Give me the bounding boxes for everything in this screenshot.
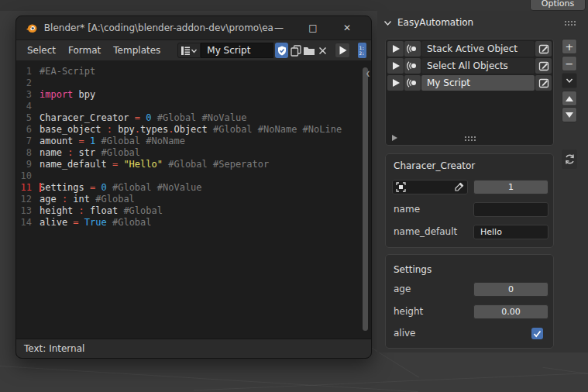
text-datablock-icon [181, 46, 191, 56]
height-slider[interactable]: 0.00 [473, 304, 548, 319]
code-token-plain [152, 112, 157, 123]
code-line[interactable]: Characer_Creator = 0 #Global #NoValue [40, 112, 342, 124]
code-line[interactable]: alive = True #Global [40, 217, 342, 229]
minimize-button[interactable]: — [273, 22, 284, 33]
refresh-button[interactable] [562, 150, 577, 169]
code-text[interactable]: #EA-Scriptimport bpyCharacer_Creator = 0… [36, 66, 342, 229]
proportional-icon [407, 43, 418, 54]
name-default-label: name_default [394, 226, 457, 237]
amount-slider[interactable]: 1 [473, 180, 548, 194]
height-label: height [394, 306, 423, 317]
text-editor-header: Select Format Templates My Script [16, 40, 371, 60]
code-line[interactable] [40, 101, 342, 112]
region-collapse-arrow-icon[interactable]: ❮ [366, 69, 370, 77]
name-label: name [394, 204, 420, 215]
code-line[interactable]: #EA-Script [40, 66, 342, 77]
panel-title: EasyAutomation [397, 17, 473, 28]
code-token-comment: #Global #NoName #NoLine [213, 124, 342, 135]
triangle-down-icon [566, 112, 573, 118]
text-datablock-selector[interactable] [177, 43, 201, 58]
line-number-gutter: 1234567891011121314 [16, 66, 36, 229]
base-object-picker[interactable] [392, 180, 468, 194]
code-token-plain [95, 136, 101, 146]
code-line[interactable] [40, 170, 342, 182]
script-item-label[interactable]: My Script [421, 75, 535, 91]
code-line[interactable]: amount = 1 #Global #NoName [40, 136, 342, 147]
play-icon [393, 45, 400, 53]
settings-panel-title: Settings [394, 264, 432, 275]
script-list-row[interactable]: Stack Active Object [387, 41, 552, 57]
age-slider[interactable]: 0 [473, 282, 548, 297]
list-resize-grip[interactable] [464, 136, 477, 141]
edit-script-button[interactable] [535, 75, 552, 91]
code-line[interactable]: age : int #Global [40, 194, 342, 205]
code-token-op: : [107, 124, 112, 135]
panel-drag-grip[interactable] [564, 20, 577, 26]
script-list-row[interactable]: Select All Objects [387, 58, 552, 74]
edit-icon [538, 60, 549, 71]
copy-icon [291, 45, 301, 57]
script-item-label[interactable]: Stack Active Object [421, 41, 535, 57]
settings-subpanel: Settings age 0 height 0.00 alive [385, 254, 554, 349]
alive-checkbox[interactable] [531, 328, 543, 339]
play-icon [339, 46, 347, 55]
move-item-down-button[interactable] [562, 107, 577, 122]
run-list-item-button[interactable] [387, 58, 404, 74]
menu-templates[interactable]: Templates [107, 45, 167, 56]
code-line[interactable]: import bpy [40, 89, 342, 101]
code-token-comment: #Global #Seperator [168, 159, 269, 170]
menu-format[interactable]: Format [62, 45, 107, 56]
add-item-button[interactable]: + [562, 39, 577, 54]
code-line[interactable]: name_default = "Hello" #Global #Seperato… [40, 159, 342, 170]
code-token-plain: Characer_Creator [40, 112, 135, 123]
run-list-item-button[interactable] [387, 41, 404, 57]
code-token-str: "Hello" [123, 159, 163, 170]
code-token-plain: bpy [73, 89, 95, 100]
close-x-icon [318, 46, 327, 55]
line-numbers-toggle[interactable]: 1:2: [358, 43, 366, 58]
item-type-cell [404, 58, 421, 74]
play-icon [393, 62, 400, 70]
edit-script-button[interactable] [535, 58, 552, 74]
code-editor-area[interactable]: 1234567891011121314 #EA-Scriptimport bpy… [16, 61, 371, 339]
close-button[interactable]: ✕ [342, 22, 352, 33]
editor-scrollbar[interactable] [363, 67, 368, 331]
unlink-text-button[interactable] [317, 43, 328, 58]
panel-header[interactable]: EasyAutomation [377, 14, 588, 31]
list-specials-menu-button[interactable] [562, 73, 577, 88]
script-list-row[interactable]: My Script [387, 75, 552, 91]
move-item-up-button[interactable] [562, 91, 577, 106]
window-titlebar[interactable]: Blender* [A:\coding\blender-addon-dev\pr… [16, 16, 371, 40]
code-token-plain [95, 182, 101, 193]
name-input[interactable] [473, 202, 548, 217]
maximize-button[interactable]: □ [308, 22, 318, 33]
code-line[interactable]: Settings = 0 #Global #NoValue [40, 182, 342, 194]
code-line[interactable]: name : str #Global [40, 147, 342, 159]
script-name-input[interactable]: My Script [201, 43, 273, 58]
easyautomation-sidebar: EasyAutomation Stack Active ObjectSelect… [377, 11, 588, 352]
panel-expand-chevron-icon[interactable] [383, 19, 392, 26]
code-token-plain: name_default [40, 159, 112, 170]
code-token-op: = [73, 217, 78, 228]
name-default-input[interactable]: Hello [473, 225, 548, 239]
code-line[interactable] [40, 77, 342, 89]
run-script-button[interactable] [335, 43, 351, 58]
screen: { "colors": { "accent_blue": "#4772b3", … [0, 0, 588, 392]
remove-item-button[interactable]: − [562, 56, 577, 71]
script-item-label[interactable]: Select All Objects [421, 58, 535, 74]
code-token-op: = [135, 112, 140, 123]
list-filter-expand-icon[interactable] [392, 135, 397, 141]
edit-script-button[interactable] [535, 41, 552, 57]
code-token-op: . [135, 124, 140, 135]
menu-select[interactable]: Select [21, 45, 62, 56]
open-text-button[interactable] [303, 43, 315, 58]
new-text-button[interactable] [290, 43, 301, 58]
code-line[interactable]: height : float #Global [40, 205, 342, 217]
code-token-plain: int [67, 194, 95, 205]
run-list-item-button[interactable] [387, 75, 404, 91]
code-line[interactable]: base_object : bpy.types.Object #Global #… [40, 124, 342, 136]
play-icon [393, 79, 400, 87]
fake-user-shield-button[interactable] [275, 43, 288, 58]
options-button[interactable]: Options [530, 0, 586, 11]
eyedropper-icon[interactable] [454, 182, 464, 192]
